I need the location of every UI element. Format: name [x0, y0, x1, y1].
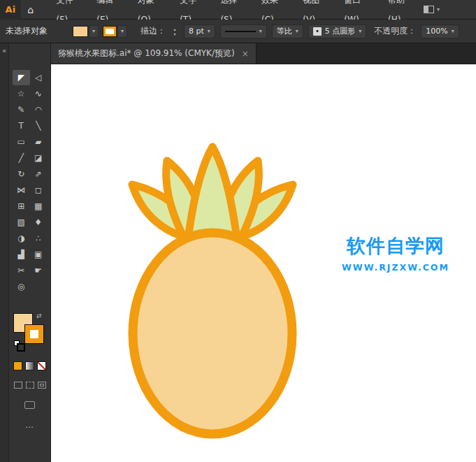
- curvature-tool[interactable]: ◠: [30, 102, 48, 117]
- rectangle-tool[interactable]: ▭: [13, 134, 30, 150]
- tool-icon: ◠: [35, 105, 42, 115]
- pencil-tool[interactable]: ╱: [13, 150, 30, 166]
- tool-icon: ◻: [35, 185, 42, 195]
- tool-icon: ◎: [17, 282, 24, 291]
- gradient-mode-button[interactable]: [25, 361, 34, 370]
- brush-preview-dot: •: [313, 27, 322, 36]
- none-mode-button[interactable]: [37, 361, 46, 370]
- brush-definition-value: 5 点圆形: [325, 26, 356, 36]
- stroke-chip[interactable]: [25, 325, 43, 343]
- chevron-down-icon: ▾: [452, 29, 454, 34]
- fruit-body[interactable]: [133, 233, 292, 434]
- tool-icon: ▦: [34, 201, 42, 211]
- app-logo[interactable]: Ai: [0, 0, 21, 20]
- tool-icon: ☆: [17, 89, 25, 99]
- mesh-tool[interactable]: ▦: [30, 198, 48, 214]
- chevron-down-icon: ▾: [296, 29, 298, 34]
- scale-tool[interactable]: ⇗: [30, 166, 48, 182]
- stroke-preview-dropdown[interactable]: ▾: [220, 24, 267, 38]
- opacity-value: 100%: [426, 27, 447, 36]
- workspace-switcher[interactable]: ▾: [424, 6, 440, 13]
- edit-toolbar-button[interactable]: …: [9, 420, 50, 430]
- tool-icon: ◑: [17, 233, 24, 243]
- stroke-line-preview: [225, 31, 256, 32]
- tool-icon: ╲: [36, 121, 41, 131]
- line-segment-tool[interactable]: ╲: [30, 118, 48, 133]
- home-icon[interactable]: ⌂: [21, 0, 41, 20]
- eyedropper-tool[interactable]: ♦: [30, 215, 48, 230]
- tool-icon: ▭: [17, 137, 25, 147]
- collapse-icon: «: [2, 47, 6, 55]
- zoom-tool[interactable]: ◎: [13, 279, 30, 294]
- draw-behind-button[interactable]: [26, 382, 34, 389]
- tool-icon: ▟: [18, 250, 24, 259]
- chevron-down-icon: ▾: [208, 29, 210, 34]
- chevron-down-icon: ▾: [92, 29, 95, 34]
- width-profile-select[interactable]: 等比 ▾: [272, 24, 303, 38]
- canvas[interactable]: 软件自学网 WWW.RJZXW.COM: [51, 64, 476, 462]
- fill-color-swatch[interactable]: [73, 27, 87, 36]
- slice-tool[interactable]: ✂: [13, 263, 30, 278]
- stepper-up-icon[interactable]: ▴: [173, 27, 175, 31]
- free-transform-tool[interactable]: ◻: [30, 182, 48, 198]
- pen-tool[interactable]: ✎: [13, 102, 30, 117]
- fill-stroke-indicator: ⇄: [14, 312, 48, 352]
- stroke-control: ▾: [103, 25, 127, 38]
- tool-icon: ╱: [19, 153, 24, 163]
- tool-icon: ⇗: [35, 169, 42, 179]
- color-mode-button[interactable]: [13, 361, 22, 370]
- chevron-down-icon: ▾: [359, 29, 361, 34]
- fruit-artwork[interactable]: [51, 64, 476, 462]
- tool-icon: ✂: [17, 266, 24, 275]
- selection-status: 未选择对象: [6, 25, 48, 37]
- artboard-tool[interactable]: ▣: [30, 247, 48, 262]
- stroke-weight-select[interactable]: 8 pt ▾: [184, 24, 215, 38]
- magic-wand-tool[interactable]: ☆: [13, 86, 30, 101]
- symbol-sprayer-tool[interactable]: ∴: [30, 231, 48, 246]
- brush-definition-select[interactable]: • 5 点圆形 ▾: [308, 24, 367, 38]
- lasso-tool[interactable]: ∿: [30, 86, 48, 101]
- type-tool[interactable]: T: [13, 118, 30, 133]
- stroke-weight-stepper[interactable]: ▴ ▾: [171, 27, 179, 36]
- stroke-swatch-dropdown[interactable]: ▾: [117, 25, 127, 38]
- panel-collapse-strip[interactable]: «: [0, 43, 9, 462]
- swap-fill-stroke-icon[interactable]: ⇄: [36, 312, 42, 319]
- opacity-label: 不透明度：: [374, 25, 416, 37]
- tool-icon: ◁: [35, 73, 41, 82]
- rotate-tool[interactable]: ↻: [13, 166, 30, 182]
- chevron-down-icon: ▾: [259, 29, 262, 34]
- width-profile-value: 等比: [277, 26, 292, 36]
- stroke-weight-label: 描边：: [140, 25, 166, 37]
- perspective-grid-tool[interactable]: ⊞: [13, 198, 30, 214]
- tool-icon: ∴: [36, 233, 41, 243]
- column-graph-tool[interactable]: ▟: [13, 247, 30, 262]
- selection-tool[interactable]: ◤: [13, 70, 30, 85]
- stroke-color-swatch[interactable]: [103, 27, 116, 36]
- tool-icon: ⋈: [17, 185, 25, 195]
- blend-tool[interactable]: ◑: [13, 231, 30, 246]
- tools-panel: ◤◁☆∿✎◠T╲▭▰╱◪↻⇗⋈◻⊞▦▧♦◑∴▟▣✂☛◎ ⇄ …: [9, 43, 51, 462]
- fill-swatch-dropdown[interactable]: ▾: [89, 25, 99, 38]
- hand-tool[interactable]: ☛: [30, 263, 48, 278]
- draw-normal-button[interactable]: [14, 382, 22, 389]
- tool-icon: ✎: [17, 105, 24, 115]
- leaf-center[interactable]: [188, 147, 237, 239]
- gradient-tool[interactable]: ▧: [13, 215, 30, 230]
- menu-bar: Ai ⌂ 文件(F)编辑(E)对象(O)文字(T)选择(S)效果(C)视图(V)…: [0, 0, 476, 20]
- direct-selection-tool[interactable]: ◁: [30, 70, 48, 85]
- document-tab[interactable]: 猕猴桃水果图标.ai* @ 109.91% (CMYK/预览) ×: [51, 43, 257, 64]
- eraser-tool[interactable]: ◪: [30, 150, 48, 166]
- close-tab-icon[interactable]: ×: [242, 49, 249, 59]
- tool-icon: ∿: [35, 89, 42, 99]
- screen-mode-button[interactable]: [24, 401, 35, 409]
- opacity-select[interactable]: 100% ▾: [421, 24, 459, 38]
- workspace-icon: [424, 6, 434, 13]
- stepper-down-icon[interactable]: ▾: [173, 31, 175, 36]
- draw-inside-button[interactable]: [38, 382, 46, 389]
- width-tool[interactable]: ⋈: [13, 182, 30, 198]
- paintbrush-tool[interactable]: ▰: [30, 134, 48, 150]
- chevron-down-icon: ▾: [121, 29, 124, 34]
- default-colors-chip[interactable]: [14, 340, 20, 346]
- tool-icon: T: [19, 121, 24, 131]
- tool-icon: ☛: [34, 266, 42, 275]
